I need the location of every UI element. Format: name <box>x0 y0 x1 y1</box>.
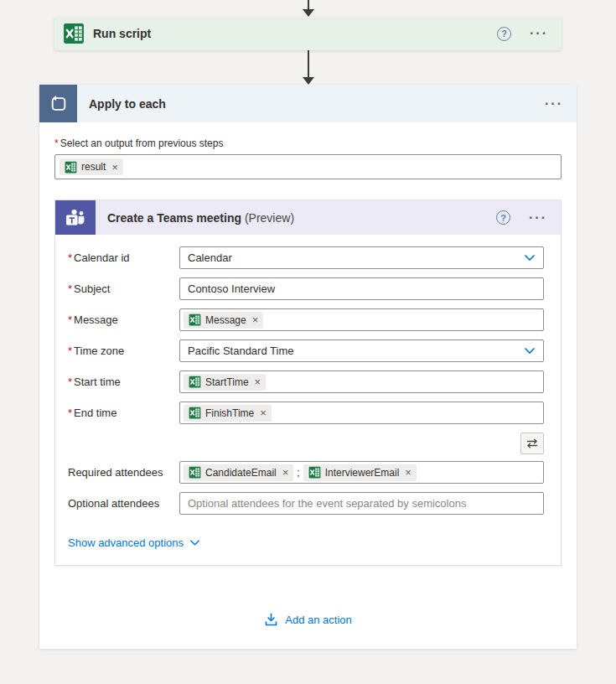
token-label: Message <box>205 314 246 326</box>
calendar-id-row: * Calendar id Calendar <box>68 246 544 269</box>
start-time-label: * Start time <box>68 376 179 388</box>
teams-meeting-card: Create a Teams meeting (Preview) ? ··· *… <box>54 200 562 566</box>
token-chip-finishtime[interactable]: FinishTime × <box>184 405 272 422</box>
connector-arrow <box>0 0 616 17</box>
token-chip-candidateemail[interactable]: CandidateEmail × <box>184 464 293 481</box>
connector-arrow <box>0 50 616 85</box>
add-action-button[interactable]: Add an action <box>264 613 352 627</box>
message-label: * Message <box>68 314 179 326</box>
close-icon[interactable]: × <box>405 466 412 479</box>
required-attendees-label: Required attendees <box>68 466 179 479</box>
token-label: StartTime <box>205 376 249 388</box>
help-icon[interactable]: ? <box>497 27 511 41</box>
token-chip-message[interactable]: Message × <box>184 312 263 329</box>
select-value: Pacific Standard Time <box>188 345 293 357</box>
connector-line <box>308 50 309 78</box>
token-label: FinishTime <box>205 407 254 419</box>
add-action-label: Add an action <box>285 614 352 626</box>
excel-icon <box>63 23 85 44</box>
required-asterisk: * <box>68 407 72 419</box>
optional-attendees-row: Optional attendees <box>68 492 544 515</box>
message-row: * Message <box>68 308 544 331</box>
apply-to-each-header[interactable]: Apply to each ··· <box>39 85 577 122</box>
output-from-previous-steps-input[interactable]: result × <box>54 154 562 179</box>
semicolon-separator: ; <box>297 467 299 479</box>
time-zone-row: * Time zone Pacific Standard Time <box>68 339 544 362</box>
token-label: InterviewerEmail <box>325 467 400 479</box>
preview-badge: (Preview) <box>245 211 294 225</box>
flow-canvas: Run script ? ··· Apply to each ··· * Sel… <box>0 0 616 684</box>
teams-meeting-form: * Calendar id Calendar * <box>55 235 561 565</box>
chevron-down-icon <box>189 539 200 547</box>
end-time-input[interactable]: FinishTime × <box>179 402 544 424</box>
excel-icon <box>189 376 201 388</box>
arrowhead-icon <box>303 77 314 85</box>
excel-icon <box>189 466 201 479</box>
close-icon[interactable]: × <box>260 407 267 419</box>
chevron-down-icon <box>524 254 536 262</box>
time-zone-select[interactable]: Pacific Standard Time <box>179 339 544 362</box>
add-action-icon <box>264 613 278 627</box>
apply-to-each-loop-icon <box>39 85 77 122</box>
swap-arrows-icon <box>526 438 538 448</box>
time-zone-label: * Time zone <box>68 345 179 357</box>
switch-row <box>55 433 544 454</box>
token-label: result <box>81 161 106 173</box>
required-asterisk: * <box>68 251 72 264</box>
menu-ellipsis-icon[interactable]: ··· <box>545 97 563 111</box>
close-icon[interactable]: × <box>255 376 261 388</box>
apply-to-each-title: Apply to each <box>89 97 166 111</box>
close-icon[interactable]: × <box>282 466 289 479</box>
teams-icon <box>55 200 96 235</box>
chevron-down-icon <box>524 347 536 355</box>
excel-icon <box>308 466 321 479</box>
required-asterisk: * <box>68 345 72 357</box>
run-script-title: Run script <box>93 27 151 40</box>
excel-icon <box>189 314 201 326</box>
select-value: Calendar <box>188 251 232 264</box>
end-time-label: * End time <box>68 407 179 419</box>
start-time-row: * Start time <box>68 370 544 393</box>
calendar-id-label: * Calendar id <box>68 251 179 264</box>
apply-to-each-body: * Select an output from previous steps r… <box>39 137 577 627</box>
token-chip-result[interactable]: result × <box>60 158 123 175</box>
subject-label: * Subject <box>68 282 179 295</box>
required-asterisk: * <box>68 282 72 295</box>
subject-row: * Subject <box>68 277 544 300</box>
calendar-id-select[interactable]: Calendar <box>179 246 544 269</box>
menu-ellipsis-icon[interactable]: ··· <box>529 211 547 225</box>
show-advanced-options-link[interactable]: Show advanced options <box>68 536 200 549</box>
select-output-label: * Select an output from previous steps <box>54 137 562 149</box>
excel-icon <box>189 407 201 419</box>
token-label: CandidateEmail <box>205 467 277 479</box>
switch-input-mode-button[interactable] <box>520 433 544 454</box>
apply-to-each-scope: Apply to each ··· * Select an output fro… <box>39 85 577 649</box>
optional-attendees-input[interactable] <box>179 492 544 515</box>
teams-title-text: Create a Teams meeting <box>107 211 241 225</box>
teams-meeting-header[interactable]: Create a Teams meeting (Preview) ? ··· <box>55 200 561 235</box>
run-script-card[interactable]: Run script ? ··· <box>54 17 562 50</box>
menu-ellipsis-icon[interactable]: ··· <box>530 27 548 40</box>
token-chip-intervieweremail[interactable]: InterviewerEmail × <box>303 464 417 481</box>
show-advanced-label: Show advanced options <box>68 536 184 549</box>
close-icon[interactable]: × <box>111 161 118 174</box>
required-attendees-input[interactable]: CandidateEmail × ; <box>179 461 544 484</box>
arrowhead-icon <box>303 9 314 17</box>
start-time-input[interactable]: StartTime × <box>179 370 544 393</box>
required-asterisk: * <box>54 137 59 149</box>
teams-meeting-title: Create a Teams meeting (Preview) <box>107 211 294 225</box>
select-output-label-text: Select an output from previous steps <box>60 137 224 149</box>
token-chip-starttime[interactable]: StartTime × <box>184 374 266 391</box>
optional-attendees-label: Optional attendees <box>68 497 179 510</box>
subject-input[interactable] <box>179 277 544 300</box>
required-asterisk: * <box>68 376 72 388</box>
required-attendees-row: Required attendees <box>68 461 544 484</box>
end-time-row: * End time <box>68 402 544 424</box>
message-input[interactable]: Message × <box>179 308 544 331</box>
excel-icon <box>65 161 77 174</box>
help-icon[interactable]: ? <box>496 210 510 225</box>
close-icon[interactable]: × <box>252 314 259 326</box>
required-asterisk: * <box>68 314 72 326</box>
